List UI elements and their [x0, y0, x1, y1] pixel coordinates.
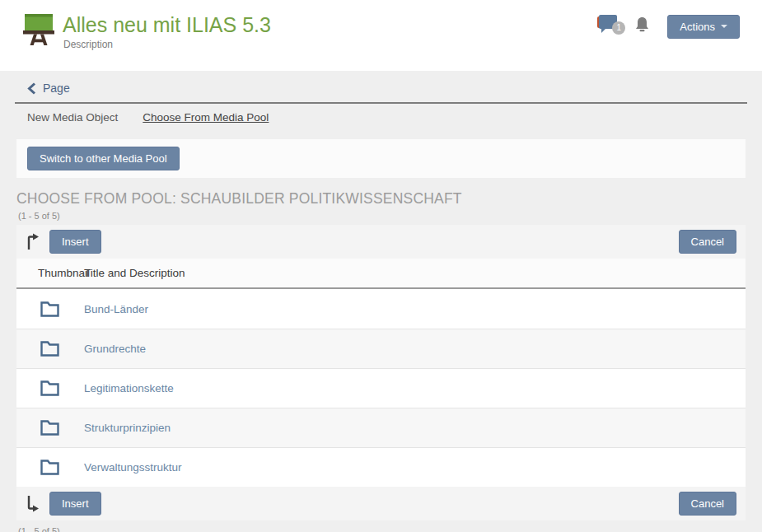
cancel-button-bottom[interactable]: Cancel — [679, 492, 736, 516]
ilias-page: Alles neu mit ILIAS 5.3 Description 1 Ac… — [0, 0, 762, 532]
folder-icon — [16, 420, 84, 436]
table-toolbar-bottom: Insert Cancel — [16, 487, 746, 520]
pool-heading: CHOOSE FROM POOL: SCHAUBILDER POLITIKWIS… — [16, 190, 746, 208]
title-block: Alles neu mit ILIAS 5.3 Description — [63, 12, 271, 50]
pool-toolbar: Switch to other Media Pool — [16, 139, 746, 178]
caret-down-icon — [721, 25, 727, 28]
arrow-up-right-icon — [26, 233, 40, 250]
comments-icon[interactable]: 1 — [595, 14, 625, 39]
media-item-link[interactable]: Grundrechte — [84, 343, 746, 355]
media-pool-table: Insert Cancel Thumbnail Title and Descri… — [16, 225, 746, 520]
actions-button-label: Actions — [680, 21, 715, 33]
folder-icon — [16, 341, 84, 357]
arrow-down-right-icon — [26, 495, 40, 512]
header: Alles neu mit ILIAS 5.3 Description 1 Ac… — [0, 0, 762, 71]
subtab-bar: New Media Object Choose From Media Pool — [0, 104, 762, 134]
actions-button[interactable]: Actions — [667, 15, 740, 39]
media-item-link[interactable]: Legitimationskette — [84, 382, 746, 394]
cancel-button-top[interactable]: Cancel — [679, 230, 736, 254]
tab-new-media-object[interactable]: New Media Object — [27, 111, 118, 124]
table-row: Strukturprinzipien — [16, 408, 746, 447]
table-row: Verwaltungsstruktur — [16, 447, 746, 487]
table-row: Bund-Länder — [16, 289, 746, 329]
column-header-thumbnail: Thumbnail — [16, 267, 84, 279]
media-item-link[interactable]: Strukturprinzipien — [84, 422, 746, 434]
page-title: Alles neu mit ILIAS 5.3 — [63, 12, 271, 37]
chevron-left-icon — [27, 82, 36, 95]
table-body: Bund-Länder Grundrechte Legitimationsket… — [16, 289, 746, 487]
insert-button-bottom[interactable]: Insert — [49, 492, 101, 516]
table-header-row: Thumbnail Title and Description — [16, 259, 746, 289]
page-subtitle: Description — [63, 39, 271, 50]
column-header-title: Title and Description — [84, 267, 746, 279]
header-actions: 1 Actions — [595, 14, 740, 39]
notification-badge: 1 — [612, 21, 625, 35]
result-range-top: (1 - 5 of 5) — [18, 211, 744, 221]
folder-icon — [16, 301, 84, 317]
switch-media-pool-button[interactable]: Switch to other Media Pool — [27, 147, 180, 170]
back-link[interactable]: Page — [0, 71, 762, 102]
result-range-bottom: (1 - 5 of 5) — [18, 526, 744, 532]
tab-choose-from-media-pool[interactable]: Choose From Media Pool — [143, 111, 269, 124]
bell-icon[interactable] — [635, 16, 649, 37]
table-toolbar-top: Insert Cancel — [16, 225, 746, 259]
folder-icon — [16, 460, 84, 475]
table-row: Legitimationskette — [16, 368, 746, 408]
folder-icon — [16, 380, 84, 396]
media-item-link[interactable]: Verwaltungsstruktur — [84, 461, 746, 474]
table-row: Grundrechte — [16, 329, 746, 368]
course-board-icon — [22, 12, 55, 49]
media-item-link[interactable]: Bund-Länder — [84, 303, 746, 315]
insert-button-top[interactable]: Insert — [49, 230, 101, 254]
back-link-label: Page — [43, 82, 70, 95]
speech-bubble-tail — [601, 28, 606, 33]
